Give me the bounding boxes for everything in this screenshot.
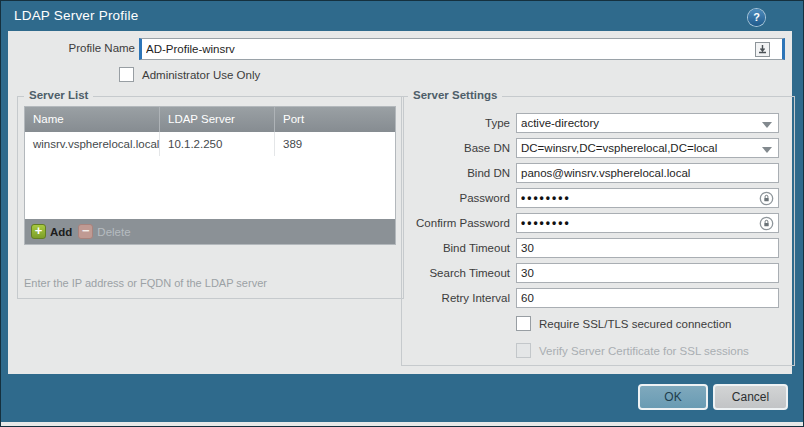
base-dn-label: Base DN [402,138,510,158]
table-row[interactable]: winsrv.vspherelocal.local 10.1.2.250 389 [25,132,395,156]
search-timeout-label: Search Timeout [402,263,510,283]
admin-use-only-checkbox[interactable] [119,67,134,82]
require-ssl-checkbox[interactable] [516,316,531,331]
bind-dn-input[interactable] [521,164,751,182]
admin-use-only-label: Administrator Use Only [142,69,260,81]
server-list-panel: Server List Name LDAP Server Port winsrv… [17,96,404,299]
dialog-body: Profile Name Administrator Use Only Serv… [8,31,792,374]
password-field [516,188,779,208]
plus-icon: + [31,224,46,239]
server-settings-panel: Server Settings Type Base DN Bind DN Pas… [401,96,795,366]
retry-interval-input[interactable] [521,289,751,307]
profile-name-label: Profile Name [8,42,135,54]
chevron-down-icon[interactable] [762,147,772,153]
profile-name-field-wrap [139,38,785,60]
verify-cert-checkbox [516,343,531,358]
type-dropdown[interactable] [516,113,779,133]
help-icon[interactable]: ? [748,9,765,26]
base-dn-value[interactable] [521,139,751,157]
confirm-password-input[interactable] [521,214,751,232]
input-hint-icon [755,42,770,57]
add-button-label: Add [50,226,72,238]
confirm-password-field [516,213,779,233]
ok-button[interactable]: OK [638,384,708,410]
cell-ldap-server: 10.1.2.250 [159,132,274,156]
table-header: Name LDAP Server Port [25,107,395,132]
bind-dn-label: Bind DN [402,163,510,183]
retry-interval-label: Retry Interval [402,288,510,308]
server-list-table: Name LDAP Server Port winsrv.vsphereloca… [24,106,396,245]
chevron-down-icon[interactable] [762,122,772,128]
bind-timeout-field [516,238,779,258]
password-input[interactable] [521,189,751,207]
bind-timeout-input[interactable] [521,239,751,257]
verify-cert-label: Verify Server Certificate for SSL sessio… [539,345,749,357]
dialog-titlebar[interactable]: LDAP Server Profile ? [1,1,803,31]
type-value[interactable] [521,114,751,132]
profile-name-input[interactable] [146,39,746,59]
password-lock-icon[interactable] [759,216,774,231]
cell-name: winsrv.vspherelocal.local [25,132,159,156]
bottom-edge [1,422,803,427]
require-ssl-label: Require SSL/TLS secured connection [539,318,731,330]
type-label: Type [402,113,510,133]
cell-port: 389 [274,132,395,156]
dialog-title: LDAP Server Profile [14,1,138,31]
confirm-password-label: Confirm Password [402,213,510,233]
table-toolbar: + Add − Delete [25,219,395,244]
password-label: Password [402,188,510,208]
column-header-port[interactable]: Port [274,107,395,132]
server-list-legend: Server List [24,89,93,101]
bind-dn-field [516,163,779,183]
add-button[interactable]: + Add [31,224,72,239]
search-timeout-input[interactable] [521,264,751,282]
bind-timeout-label: Bind Timeout [402,238,510,258]
server-list-hint: Enter the IP address or FQDN of the LDAP… [24,277,267,289]
delete-button[interactable]: − Delete [78,224,130,239]
column-header-name[interactable]: Name [25,107,159,132]
table-body: winsrv.vspherelocal.local 10.1.2.250 389 [25,132,395,219]
search-timeout-field [516,263,779,283]
cancel-button[interactable]: Cancel [713,384,788,410]
server-settings-legend: Server Settings [408,89,502,101]
password-lock-icon[interactable] [759,191,774,206]
column-header-ldap-server[interactable]: LDAP Server [159,107,274,132]
ldap-server-profile-dialog: LDAP Server Profile ? Profile Name Admin… [0,0,804,427]
retry-interval-field [516,288,779,308]
base-dn-dropdown[interactable] [516,138,779,158]
delete-button-label: Delete [97,226,130,238]
minus-icon: − [78,224,93,239]
